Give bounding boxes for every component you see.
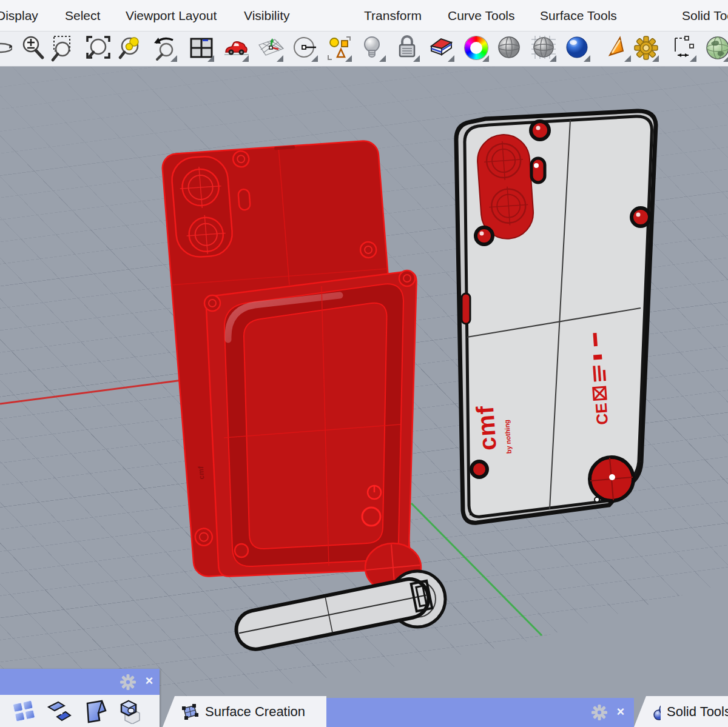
scene-3d: cmf <box>0 67 728 727</box>
flyout-indicator <box>723 55 728 62</box>
menu-display[interactable]: Display <box>0 0 38 32</box>
x-axis <box>0 380 182 404</box>
zoom-extents-icon[interactable] <box>85 35 113 64</box>
earth-globe-icon[interactable] <box>704 35 728 64</box>
flyout-indicator <box>652 55 659 62</box>
flyout-indicator <box>379 55 386 62</box>
orbit-view-icon[interactable] <box>0 35 12 64</box>
flyout-indicator <box>170 55 177 62</box>
dimension-tool-icon[interactable] <box>670 35 698 64</box>
menu-select[interactable]: Select <box>65 0 100 32</box>
flyout-indicator <box>690 55 696 62</box>
viewport-layout-icon[interactable] <box>188 35 216 64</box>
lock-objects-icon[interactable] <box>394 35 422 64</box>
flyout-indicator <box>624 55 631 62</box>
panel-gear-icon[interactable] <box>120 674 136 691</box>
hide-lightbulb-icon[interactable] <box>360 35 388 64</box>
undo-view-icon[interactable] <box>151 35 179 64</box>
flyout-indicator <box>413 55 420 62</box>
cplane-grid-icon[interactable] <box>257 35 285 64</box>
surface-pair-icon[interactable] <box>46 699 73 724</box>
floating-toolbar-panel: × <box>0 669 160 727</box>
layer-pie-icon[interactable] <box>428 35 456 64</box>
panel-close-icon[interactable]: × <box>141 672 157 689</box>
tab-solid-tools[interactable]: Solid Tools <box>634 696 728 727</box>
flyout-indicator <box>311 55 318 62</box>
dock-gear-icon[interactable] <box>591 704 608 721</box>
menu-viewport-layout[interactable]: Viewport Layout <box>126 0 217 32</box>
flyout-indicator <box>448 55 454 62</box>
solid-spheres-icon <box>652 703 661 721</box>
flyout-indicator <box>550 55 556 62</box>
flyout-indicator <box>584 55 590 62</box>
menu-visibility[interactable]: Visibility <box>244 0 289 32</box>
tab-surface-creation[interactable]: Surface Creation <box>163 696 326 727</box>
svg-text:cmf: cmf <box>471 404 501 451</box>
main-toolbar <box>0 32 728 67</box>
circle-tool-icon[interactable] <box>292 35 320 64</box>
cursor-cone-icon[interactable] <box>605 35 633 64</box>
perspective-viewport[interactable]: cmf <box>0 67 728 727</box>
flyout-indicator <box>242 55 249 62</box>
named-view-car-icon[interactable] <box>223 35 251 64</box>
svg-text:cmf: cmf <box>197 466 206 480</box>
options-gear-icon[interactable] <box>633 35 661 64</box>
cube-extrude-icon[interactable] <box>116 699 143 724</box>
ghosted-view-sphere-icon[interactable] <box>530 35 558 64</box>
menu-solid-tools[interactable]: Solid Tools <box>682 0 728 32</box>
rhino-3d-window: { "menu": { "items": ["Display", "Select… <box>0 0 728 727</box>
menu-curve-tools[interactable]: Curve Tools <box>448 0 515 32</box>
color-wheel-icon[interactable] <box>463 35 491 64</box>
quad-panels-icon[interactable] <box>11 699 38 724</box>
menu-transform[interactable]: Transform <box>364 0 422 32</box>
selection-filter-shapes-icon[interactable] <box>326 35 354 64</box>
menu-bar: Display Select Viewport Layout Visibilit… <box>0 0 728 32</box>
tab-label: Surface Creation <box>205 704 305 720</box>
tab-label: Solid Tools <box>667 704 728 720</box>
red-phone-back-model[interactable]: cmf <box>161 140 417 577</box>
flyout-indicator <box>277 55 283 62</box>
dock-close-icon[interactable]: × <box>613 703 629 720</box>
panel-title-bar[interactable]: × <box>0 669 160 695</box>
bent-sheet-icon[interactable] <box>81 699 108 724</box>
flyout-indicator <box>207 55 214 62</box>
kickstand-model[interactable] <box>233 571 445 652</box>
control-point-surface-icon <box>181 703 199 720</box>
shaded-view-sphere-icon[interactable] <box>496 35 524 64</box>
dock-title-bar[interactable]: × <box>326 698 634 727</box>
zoom-window-icon[interactable] <box>51 35 79 64</box>
zoom-selected-icon[interactable] <box>118 35 146 64</box>
svg-text:CE: CE <box>592 403 612 426</box>
menu-surface-tools[interactable]: Surface Tools <box>540 0 617 32</box>
rendered-view-sphere-icon[interactable] <box>564 35 592 64</box>
flyout-indicator <box>482 55 489 62</box>
flyout-indicator <box>345 55 352 62</box>
gray-phone-back-model[interactable]: cmf by nothing CE <box>456 111 656 523</box>
zoom-dynamic-icon[interactable] <box>19 35 47 64</box>
